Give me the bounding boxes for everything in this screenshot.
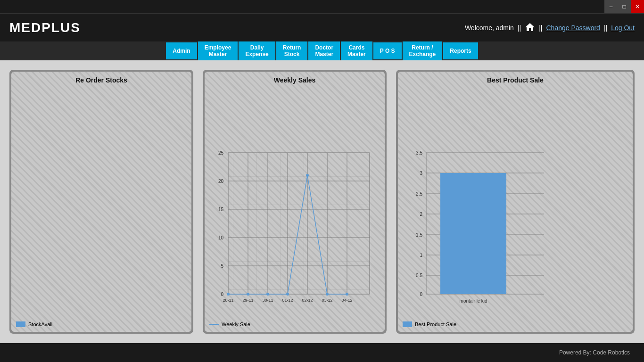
reorder-panel-inner: Re Order Stocks StockAvail xyxy=(11,72,191,332)
svg-text:10: 10 xyxy=(218,235,224,240)
nav-doctor-master[interactable]: DoctorMaster xyxy=(308,41,340,61)
svg-text:25: 25 xyxy=(218,150,224,156)
svg-text:2: 2 xyxy=(420,212,422,217)
navbar: Admin EmployeeMaster DailyExpense Return… xyxy=(0,41,644,60)
svg-text:5: 5 xyxy=(221,263,223,269)
reorder-legend-color xyxy=(16,321,25,327)
header-right: Welcome, admin || || Change Password || … xyxy=(465,22,635,33)
nav-employee-master[interactable]: EmployeeMaster xyxy=(198,41,238,61)
nav-pos[interactable]: P O S xyxy=(373,42,402,59)
svg-text:29-11: 29-11 xyxy=(242,298,253,303)
svg-text:15: 15 xyxy=(218,207,224,212)
svg-text:20: 20 xyxy=(218,179,224,184)
svg-text:3.5: 3.5 xyxy=(416,150,422,156)
app-logo: MEDPLUS xyxy=(9,20,81,35)
footer: Powered By: Code Robotics xyxy=(0,343,644,362)
svg-point-35 xyxy=(346,293,348,296)
weekly-legend-line xyxy=(209,324,219,325)
weekly-legend: Weekly Sale xyxy=(209,321,380,327)
svg-point-33 xyxy=(306,174,309,177)
titlebar-controls: – □ ✕ xyxy=(604,0,644,13)
header: MEDPLUS Welcome, admin || || Change Pass… xyxy=(0,13,644,41)
svg-rect-1 xyxy=(228,153,370,294)
best-product-legend: Best Product Sale xyxy=(403,321,628,327)
best-product-title: Best Product Sale xyxy=(403,76,628,84)
best-product-chart-area: 0 0.5 1 1.5 2 2.5 3 3.5 montair lc kid xyxy=(403,88,628,318)
weekly-panel: Weekly Sales xyxy=(203,70,387,334)
nav-return-exchange[interactable]: Return /Exchange xyxy=(403,41,443,61)
reorder-chart-area xyxy=(16,88,187,318)
welcome-text: Welcome, admin xyxy=(465,24,514,32)
reorder-legend-label: StockAvail xyxy=(28,321,52,327)
svg-text:28-11: 28-11 xyxy=(223,298,233,303)
svg-point-32 xyxy=(286,293,289,296)
nav-return-stock[interactable]: ReturnStock xyxy=(276,41,308,61)
separator1: || xyxy=(518,24,521,32)
reorder-panel: Re Order Stocks StockAvail xyxy=(9,70,193,334)
change-password-link[interactable]: Change Password xyxy=(546,24,600,32)
reorder-legend: StockAvail xyxy=(16,321,187,327)
best-product-legend-label: Best Product Sale xyxy=(415,321,456,327)
best-product-bar xyxy=(440,173,506,294)
separator2: || xyxy=(539,24,542,32)
best-product-panel-inner: Best Product Sale 0 xyxy=(398,72,633,332)
weekly-title: Weekly Sales xyxy=(209,76,380,84)
svg-text:0.5: 0.5 xyxy=(416,273,422,278)
svg-text:1.5: 1.5 xyxy=(416,232,422,238)
weekly-chart-area: 0 5 10 15 20 25 28-11 29-11 30-11 01-12 … xyxy=(209,88,380,318)
svg-text:0: 0 xyxy=(221,292,223,297)
minimize-button[interactable]: – xyxy=(604,0,618,13)
main-content: Re Order Stocks StockAvail Weekly Sales xyxy=(0,60,644,343)
svg-marker-0 xyxy=(525,23,535,31)
home-icon[interactable] xyxy=(525,22,535,33)
svg-text:04-12: 04-12 xyxy=(341,298,352,303)
svg-text:02-12: 02-12 xyxy=(302,298,313,303)
svg-text:03-12: 03-12 xyxy=(322,298,332,303)
nav-reports[interactable]: Reports xyxy=(443,42,478,59)
nav-cards-master[interactable]: CardsMaster xyxy=(341,41,372,61)
nav-daily-expense[interactable]: DailyExpense xyxy=(239,41,275,61)
nav-admin[interactable]: Admin xyxy=(166,42,197,59)
maximize-button[interactable]: □ xyxy=(618,0,631,13)
best-product-chart-svg: 0 0.5 1 1.5 2 2.5 3 3.5 montair lc kid xyxy=(403,148,563,318)
svg-point-34 xyxy=(326,293,329,296)
weekly-legend-label: Weekly Sale xyxy=(222,321,250,327)
svg-point-31 xyxy=(266,293,269,296)
svg-text:30-11: 30-11 xyxy=(262,298,273,303)
svg-text:montair lc kid: montair lc kid xyxy=(460,298,487,304)
separator3: || xyxy=(604,24,607,32)
close-button[interactable]: ✕ xyxy=(631,0,644,13)
weekly-panel-inner: Weekly Sales xyxy=(205,72,385,332)
reorder-title: Re Order Stocks xyxy=(16,76,187,84)
logout-link[interactable]: Log Out xyxy=(611,24,635,32)
weekly-chart-svg: 0 5 10 15 20 25 28-11 29-11 30-11 01-12 … xyxy=(209,148,379,318)
svg-point-30 xyxy=(247,293,249,296)
svg-text:2.5: 2.5 xyxy=(416,191,422,197)
powered-by: Powered By: Code Robotics xyxy=(559,349,630,356)
titlebar: – □ ✕ xyxy=(0,0,644,13)
svg-point-29 xyxy=(227,293,230,296)
svg-text:0: 0 xyxy=(420,292,422,297)
svg-text:1: 1 xyxy=(420,253,422,258)
best-product-panel: Best Product Sale 0 xyxy=(396,70,635,334)
svg-text:3: 3 xyxy=(420,171,422,176)
best-product-legend-color xyxy=(403,321,412,327)
svg-text:01-12: 01-12 xyxy=(282,298,293,303)
